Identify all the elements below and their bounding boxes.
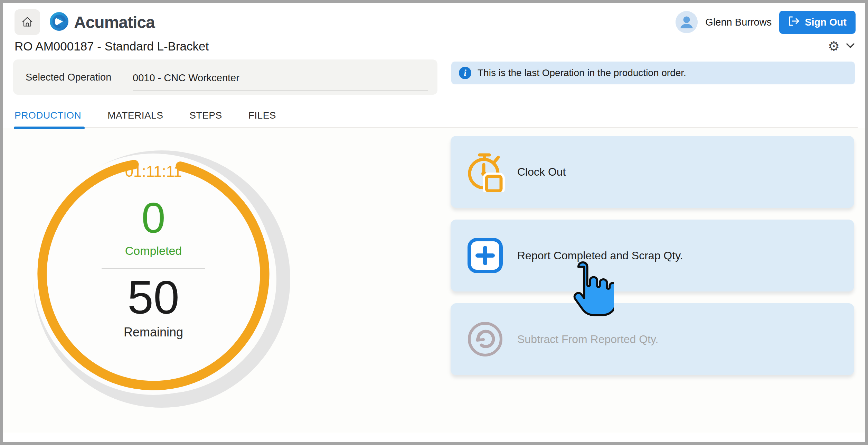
clock-out-label: Clock Out (517, 166, 566, 178)
report-completed-label: Report Completed and Scrap Qty. (517, 249, 683, 262)
tab-files[interactable]: FILES (248, 110, 276, 121)
top-bar: Acumatica Glenn Burrows S (3, 3, 865, 36)
acumatica-logo-icon (49, 11, 69, 33)
tab-materials[interactable]: MATERIALS (107, 110, 163, 121)
operation-row: Selected Operation 0010 - CNC Workcenter… (13, 59, 855, 95)
stopwatch-icon (465, 152, 505, 192)
gauge-readout: 01:11:11 0 Completed 50 Remaining (57, 136, 250, 409)
undo-icon (465, 319, 505, 359)
report-completed-card[interactable]: Report Completed and Scrap Qty. (451, 220, 854, 291)
selected-operation-panel: Selected Operation 0010 - CNC Workcenter (13, 59, 437, 95)
gauge-divider (102, 268, 205, 269)
elapsed-timer: 01:11:11 (57, 163, 250, 180)
subtract-reported-card: Subtract From Reported Qty. (451, 303, 854, 375)
action-card-list: Clock Out Report Completed and Scrap Qty… (451, 136, 854, 375)
gear-icon[interactable]: ⚙ (828, 40, 840, 53)
sign-out-label: Sign Out (805, 17, 847, 28)
title-row: RO AM000187 - Standard L-Bracket ⚙ (3, 36, 865, 53)
selected-operation-label: Selected Operation (26, 72, 133, 83)
app-window: Acumatica Glenn Burrows S (0, 0, 868, 445)
user-name: Glenn Burrows (705, 17, 772, 28)
subtract-reported-label: Subtract From Reported Qty. (517, 333, 658, 346)
user-avatar-icon (676, 11, 698, 33)
page-title: RO AM000187 - Standard L-Bracket (15, 39, 209, 53)
remaining-value: 50 (57, 274, 250, 321)
sign-out-icon (788, 16, 800, 29)
selected-operation-field[interactable]: 0010 - CNC Workcenter (133, 66, 428, 91)
tab-steps[interactable]: STEPS (189, 110, 222, 121)
completed-value: 0 (57, 196, 250, 239)
chevron-down-icon[interactable] (846, 43, 855, 50)
home-icon (20, 15, 34, 30)
tab-bar: PRODUCTION MATERIALS STEPS FILES (15, 110, 858, 128)
top-bar-right: Glenn Burrows Sign Out (676, 11, 856, 34)
info-banner: i This is the last Operation in the prod… (451, 62, 855, 84)
remaining-label: Remaining (57, 325, 250, 340)
brand-name: Acumatica (74, 13, 155, 32)
info-icon: i (459, 67, 471, 79)
selected-operation-value: 0010 - CNC Workcenter (133, 72, 239, 84)
production-tab-content: 01:11:11 0 Completed 50 Remaining (3, 128, 865, 433)
completed-label: Completed (57, 244, 250, 258)
sign-out-button[interactable]: Sign Out (779, 11, 856, 34)
brand: Acumatica (49, 11, 155, 33)
info-banner-text: This is the last Operation in the produc… (478, 67, 686, 78)
progress-gauge: 01:11:11 0 Completed 50 Remaining (22, 136, 295, 409)
clock-out-card[interactable]: Clock Out (451, 136, 854, 208)
title-actions: ⚙ (828, 40, 855, 53)
tab-production[interactable]: PRODUCTION (15, 110, 81, 121)
home-button[interactable] (15, 9, 40, 35)
plus-icon (465, 236, 505, 276)
